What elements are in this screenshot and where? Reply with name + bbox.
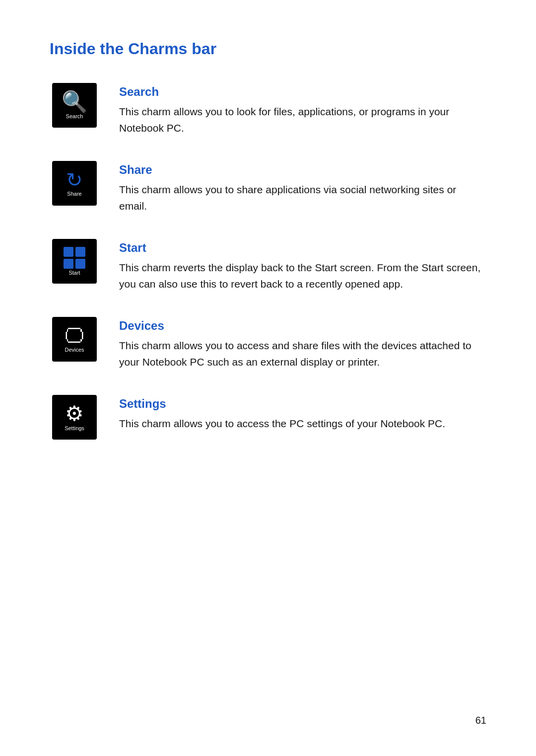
charm-item-start: Start Start This charm reverts the displ…	[50, 239, 486, 292]
share-text: Share This charm allows you to share app…	[119, 161, 486, 214]
search-icon-box: 🔍 Search	[52, 83, 97, 128]
start-icon	[64, 247, 85, 269]
search-icon-wrapper: 🔍 Search	[50, 83, 99, 128]
settings-icon: ⚙	[65, 403, 84, 424]
settings-text: Settings This charm allows you to access…	[119, 395, 486, 432]
start-text: Start This charm reverts the display bac…	[119, 239, 486, 292]
devices-charm-description: This charm allows you to access and shar…	[119, 338, 486, 370]
start-icon-box: Start	[52, 239, 97, 284]
share-charm-description: This charm allows you to share applicati…	[119, 182, 486, 214]
page-title: Inside the Charms bar	[50, 40, 486, 58]
devices-icon-box: 🖵 Devices	[52, 317, 97, 362]
settings-icon-box: ⚙ Settings	[52, 395, 97, 440]
devices-icon-wrapper: 🖵 Devices	[50, 317, 99, 362]
start-icon-label: Start	[68, 270, 80, 276]
charm-item-search: 🔍 Search Search This charm allows you to…	[50, 83, 486, 136]
search-icon-label: Search	[66, 113, 83, 119]
start-tile-3	[64, 259, 73, 269]
charm-item-share: ↻ Share Share This charm allows you to s…	[50, 161, 486, 214]
start-tile-4	[75, 259, 85, 269]
search-text: Search This charm allows you to look for…	[119, 83, 486, 136]
settings-icon-label: Settings	[65, 425, 84, 431]
settings-icon-wrapper: ⚙ Settings	[50, 395, 99, 440]
devices-text: Devices This charm allows you to access …	[119, 317, 486, 370]
search-charm-title: Search	[119, 85, 486, 99]
start-charm-description: This charm reverts the display back to t…	[119, 260, 486, 292]
devices-icon: 🖵	[65, 326, 84, 346]
page-content: Inside the Charms bar 🔍 Search Search Th…	[0, 0, 536, 504]
charm-item-devices: 🖵 Devices Devices This charm allows you …	[50, 317, 486, 370]
search-charm-description: This charm allows you to look for files,…	[119, 104, 486, 136]
page-number: 61	[475, 715, 486, 726]
start-charm-title: Start	[119, 241, 486, 255]
start-tile-1	[64, 247, 73, 257]
share-icon-wrapper: ↻ Share	[50, 161, 99, 206]
share-icon-label: Share	[67, 191, 81, 197]
devices-icon-label: Devices	[65, 347, 84, 353]
share-icon-box: ↻ Share	[52, 161, 97, 206]
settings-charm-description: This charm allows you to access the PC s…	[119, 416, 486, 432]
settings-charm-title: Settings	[119, 397, 486, 411]
search-icon: 🔍	[62, 91, 87, 112]
devices-charm-title: Devices	[119, 319, 486, 333]
charm-item-settings: ⚙ Settings Settings This charm allows yo…	[50, 395, 486, 440]
start-icon-wrapper: Start	[50, 239, 99, 284]
share-icon: ↻	[66, 170, 83, 190]
share-charm-title: Share	[119, 163, 486, 177]
start-tile-2	[75, 247, 85, 257]
